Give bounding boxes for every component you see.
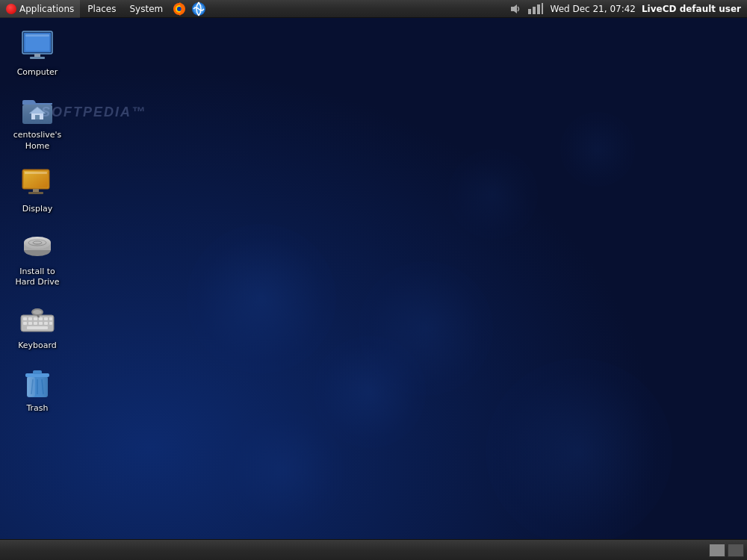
svg-rect-35: [34, 317, 37, 320]
datetime-display: Wed Dec 21, 07:42: [550, 4, 636, 14]
places-menu[interactable]: Places: [81, 0, 122, 18]
svg-rect-45: [27, 326, 48, 329]
bokeh-4: [448, 149, 538, 239]
display-settings-icon: [19, 165, 55, 201]
svg-rect-34: [28, 317, 32, 320]
pager-workspace-1[interactable]: [709, 544, 725, 557]
volume-icon[interactable]: [509, 3, 521, 15]
install-label: Install to Hard Drive: [10, 267, 64, 288]
computer-icon: [19, 28, 55, 64]
apps-menu-icon: [6, 4, 16, 14]
home-icon-item[interactable]: centoslive's Home: [7, 88, 67, 155]
places-label: Places: [87, 4, 116, 14]
keyboard-icon-item[interactable]: Keyboard: [7, 299, 67, 354]
computer-icon-item[interactable]: Computer: [7, 25, 67, 81]
svg-rect-37: [44, 317, 48, 320]
svg-rect-14: [30, 57, 45, 59]
keyboard-label: Keyboard: [18, 340, 57, 351]
display-icon-item[interactable]: Display: [7, 162, 67, 217]
user-display: LiveCD default user: [642, 4, 741, 14]
display-label: Display: [22, 204, 53, 214]
browser-icon[interactable]: [191, 1, 206, 16]
svg-marker-5: [511, 4, 517, 13]
applications-label: Applications: [19, 4, 74, 14]
svg-rect-51: [33, 370, 42, 374]
svg-rect-36: [39, 317, 43, 320]
system-menu[interactable]: System: [123, 0, 169, 18]
svg-rect-18: [35, 115, 40, 119]
firefox-icon[interactable]: [172, 1, 187, 16]
svg-rect-43: [44, 322, 48, 325]
bokeh-7: [224, 411, 344, 530]
svg-rect-12: [25, 34, 49, 51]
svg-rect-42: [39, 322, 43, 325]
taskbar-left: Applications Places System: [0, 0, 208, 18]
svg-rect-8: [537, 4, 540, 14]
network-icon[interactable]: [527, 3, 544, 15]
svg-point-30: [24, 237, 51, 249]
svg-rect-40: [28, 322, 32, 325]
svg-rect-24: [25, 172, 47, 174]
bokeh-1: [187, 224, 336, 373]
bokeh-5: [486, 358, 672, 545]
install-hdd-icon: [19, 228, 55, 264]
svg-rect-41: [34, 322, 37, 325]
trash-icon-item[interactable]: Trash: [7, 361, 67, 417]
svg-rect-55: [28, 377, 35, 396]
bottom-taskbar: [0, 539, 747, 560]
home-label: centoslive's Home: [10, 130, 64, 152]
svg-rect-38: [49, 317, 52, 320]
svg-rect-39: [23, 322, 27, 325]
bokeh-6: [560, 112, 635, 187]
trash-label: Trash: [26, 403, 48, 414]
system-label: System: [129, 4, 163, 14]
desktop-icons-container: Computer: [7, 25, 67, 417]
svg-rect-15: [25, 34, 49, 37]
bokeh-2: [314, 336, 426, 448]
trash-icon: [19, 364, 55, 400]
computer-label: Computer: [17, 67, 58, 78]
svg-point-47: [33, 310, 42, 314]
home-folder-icon: [19, 91, 55, 127]
svg-rect-33: [23, 317, 27, 320]
taskbar-right: Wed Dec 21, 07:42 LiveCD default user: [509, 3, 747, 15]
pager-workspace-2[interactable]: [728, 544, 744, 557]
bokeh-3: [359, 261, 493, 396]
desktop: Applications Places System: [0, 0, 747, 560]
svg-rect-44: [49, 322, 52, 325]
install-icon-item[interactable]: Install to Hard Drive: [7, 225, 67, 291]
svg-rect-23: [28, 192, 43, 194]
keyboard-icon: [19, 302, 55, 337]
svg-rect-6: [528, 9, 531, 14]
svg-point-2: [177, 7, 182, 11]
svg-rect-7: [533, 7, 536, 14]
applications-menu[interactable]: Applications: [0, 0, 80, 18]
svg-rect-9: [542, 3, 543, 14]
top-taskbar: Applications Places System: [0, 0, 747, 18]
